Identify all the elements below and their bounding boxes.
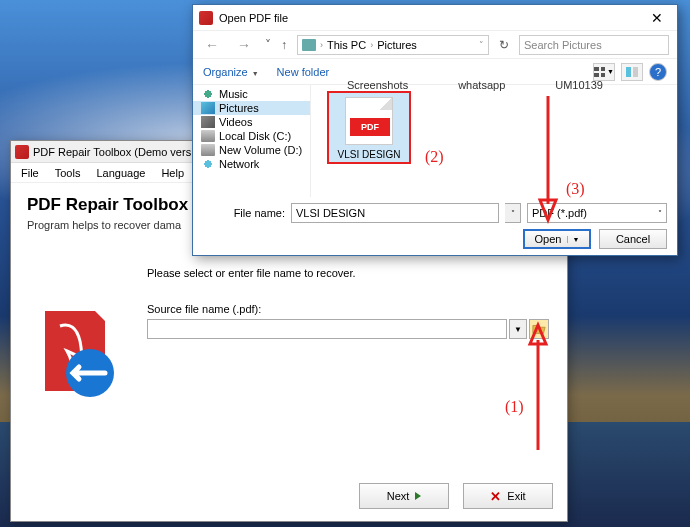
- dialog-app-icon: [199, 11, 213, 25]
- tree-item-music[interactable]: Music: [193, 87, 310, 101]
- organize-menu[interactable]: Organize▼: [203, 66, 259, 78]
- file-list[interactable]: Screenshots whatsapp UM10139 PDF VLSI DE…: [311, 85, 677, 197]
- annotation-arrow-3: [528, 86, 568, 226]
- nav-up-arrow-icon[interactable]: ↑: [281, 38, 287, 52]
- folder-tree: MusicPicturesVideosLocal Disk (C:)New Vo…: [193, 85, 311, 197]
- menu-file[interactable]: File: [15, 165, 45, 181]
- pane-icon: [626, 67, 638, 77]
- open-button[interactable]: Open ▼: [523, 229, 591, 249]
- dialog-titlebar[interactable]: Open PDF file ✕: [193, 5, 677, 31]
- net-icon: [201, 158, 215, 170]
- arrow-right-icon: [415, 492, 421, 500]
- main-title-text: PDF Repair Toolbox (Demo version): [33, 146, 209, 158]
- chevron-right-icon: ›: [320, 40, 323, 50]
- field-label: Source file name (.pdf):: [147, 303, 549, 315]
- nav-back-icon[interactable]: ←: [201, 37, 223, 53]
- vid-icon: [201, 116, 215, 128]
- tree-item-new-volume-d-[interactable]: New Volume (D:): [193, 143, 310, 157]
- refresh-icon[interactable]: ↻: [499, 38, 509, 52]
- tree-item-pictures[interactable]: Pictures: [193, 101, 310, 115]
- breadcrumb-folder[interactable]: Pictures: [377, 39, 417, 51]
- svg-rect-1: [594, 67, 599, 71]
- folder-item[interactable]: Screenshots: [347, 79, 408, 91]
- file-item-selected[interactable]: PDF VLSI DESIGN: [327, 91, 411, 164]
- cancel-button[interactable]: Cancel: [599, 229, 667, 249]
- folder-item[interactable]: whatsapp: [458, 79, 505, 91]
- source-file-input[interactable]: [147, 319, 507, 339]
- new-folder-button[interactable]: New folder: [277, 66, 330, 78]
- tree-item-network[interactable]: Network: [193, 157, 310, 171]
- nav-up-icon[interactable]: ˅: [265, 38, 271, 52]
- chevron-down-icon: ˅: [658, 209, 662, 218]
- open-file-dialog: Open PDF file ✕ ← → ˅ ↑ › This PC › Pict…: [192, 4, 678, 256]
- pc-icon: [302, 39, 316, 51]
- dialog-close-button[interactable]: ✕: [643, 10, 671, 26]
- chevron-down-icon: ▼: [567, 236, 579, 243]
- svg-rect-6: [633, 67, 638, 77]
- tree-item-videos[interactable]: Videos: [193, 115, 310, 129]
- music-icon: [201, 88, 215, 100]
- pdf-file-icon: PDF: [345, 97, 393, 145]
- disk-icon: [201, 130, 215, 142]
- filename-dropdown[interactable]: ˅: [505, 203, 521, 223]
- filename-label: File name:: [203, 207, 285, 219]
- next-button[interactable]: Next: [359, 483, 449, 509]
- svg-rect-5: [626, 67, 631, 77]
- view-mode-button[interactable]: ▼: [593, 63, 615, 81]
- app-icon: [15, 145, 29, 159]
- dialog-title-text: Open PDF file: [219, 12, 288, 24]
- menu-tools[interactable]: Tools: [49, 165, 87, 181]
- exit-button[interactable]: ✕ Exit: [463, 483, 553, 509]
- chevron-down-icon[interactable]: ˅: [479, 40, 484, 50]
- close-x-icon: ✕: [490, 489, 501, 504]
- svg-rect-2: [601, 67, 605, 71]
- nav-forward-icon[interactable]: →: [233, 37, 255, 53]
- tree-item-local-disk-c-[interactable]: Local Disk (C:): [193, 129, 310, 143]
- address-bar[interactable]: › This PC › Pictures ˅: [297, 35, 489, 55]
- pic-icon: [201, 102, 215, 114]
- prompt-text: Please select or enter file name to reco…: [147, 267, 549, 279]
- svg-rect-4: [601, 73, 605, 77]
- chevron-right-icon: ›: [370, 40, 373, 50]
- annotation-arrow-1: [518, 320, 558, 460]
- svg-rect-3: [594, 73, 599, 77]
- filename-input[interactable]: [291, 203, 499, 223]
- help-icon[interactable]: ?: [649, 63, 667, 81]
- search-input[interactable]: Search Pictures: [519, 35, 669, 55]
- grid-icon: [594, 67, 605, 77]
- disk-icon: [201, 144, 215, 156]
- file-name-label: VLSI DESIGN: [331, 149, 407, 160]
- breadcrumb-root[interactable]: This PC: [327, 39, 366, 51]
- menu-language[interactable]: Language: [90, 165, 151, 181]
- menu-help[interactable]: Help: [155, 165, 190, 181]
- preview-pane-button[interactable]: [621, 63, 643, 81]
- app-logo: [25, 301, 125, 401]
